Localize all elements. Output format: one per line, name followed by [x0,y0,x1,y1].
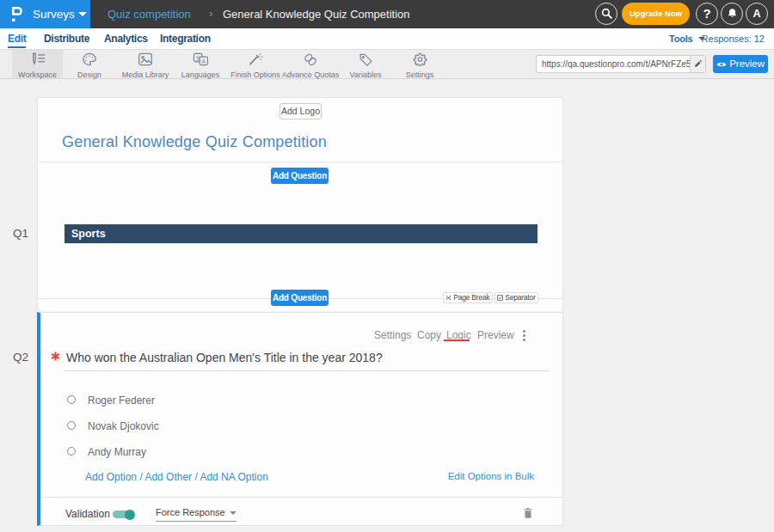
svg-text:A: A [201,58,206,64]
svg-text:文: 文 [195,55,201,62]
